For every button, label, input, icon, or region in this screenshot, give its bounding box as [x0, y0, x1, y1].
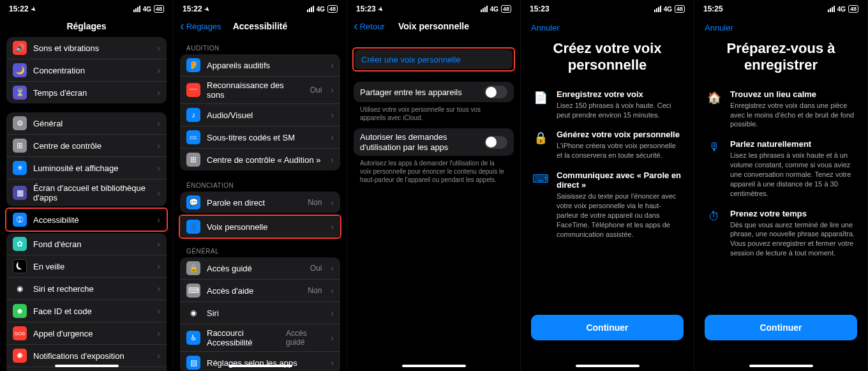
network-label: 4G [317, 6, 325, 13]
status-bar: 15:22 4G 48 [174, 0, 347, 15]
settings-row[interactable]: ◉ Siri› [180, 302, 340, 324]
home-indicator [576, 365, 640, 367]
settings-group: ✿ Fond d'écran›⏾ En veille›◉ Siri et rec… [6, 233, 167, 371]
chevron-right-icon: › [331, 60, 334, 70]
row-icon: ⏳ [13, 86, 27, 100]
info-icon: 📄 [532, 89, 549, 120]
cancel-button[interactable]: Annuler [521, 15, 694, 36]
back-button[interactable]: Retour [354, 22, 385, 31]
continue-button[interactable]: Continuer [531, 315, 684, 340]
settings-row[interactable]: ▮ Batterie› [6, 367, 167, 371]
settings-group: Autoriser les demandes d'utilisation par… [354, 128, 514, 156]
row-share-devices[interactable]: Partager entre les appareils [354, 82, 514, 102]
row-icon: ⚙︎ [13, 116, 27, 130]
toggle-switch[interactable] [484, 136, 507, 149]
info-icon: ⌨︎ [532, 170, 549, 239]
settings-row[interactable]: ⚙︎ Général› [6, 112, 167, 135]
status-bar: 15:23 4G 48 [347, 0, 520, 15]
row-live-speech[interactable]: 💬 Parole en direct Non › [180, 192, 340, 213]
settings-row[interactable]: ⏳ Temps d'écran› [6, 82, 167, 103]
settings-row[interactable]: ⏾ En veille› [6, 255, 167, 278]
home-indicator [55, 365, 119, 367]
info-row: 🔒 Générez votre voix personnelle L'iPhon… [521, 126, 694, 167]
accessibility-icon: ➀ [13, 213, 27, 227]
settings-row[interactable]: SOS Appel d'urgence› [6, 322, 167, 345]
status-bar: 15:23 4G 48 [521, 0, 694, 15]
row-label: Sons et vibrations [33, 43, 99, 53]
screen-settings: 15:22 4G 48 Réglages 🔊 Sons et vibration… [0, 0, 174, 371]
status-time: 15:23 [356, 4, 384, 13]
chevron-right-icon: › [157, 215, 160, 225]
settings-row[interactable]: ▤ Réglages selon les apps› [180, 352, 340, 371]
chevron-right-icon: › [331, 285, 334, 296]
row-icon: 🌙 [13, 63, 27, 77]
settings-row[interactable]: ⊞ Centre de contrôle› [6, 135, 167, 157]
settings-row[interactable]: ✿ Fond d'écran› [6, 233, 167, 255]
settings-row[interactable]: ♪ Audio/Visuel› [180, 104, 340, 126]
row-label: Accès d'aide [207, 286, 253, 296]
status-bar: 15:22 4G 48 [0, 0, 173, 15]
chevron-right-icon: › [331, 308, 334, 318]
nav-bar: Réglages Accessibilité [174, 15, 347, 37]
info-icon: 🎙 [706, 139, 722, 198]
row-label: Centre de contrôle « Audition » [207, 155, 321, 165]
screen-create-intro: 15:23 4G 48 Annuler Créez votre voix per… [521, 0, 694, 371]
settings-row[interactable]: ◉ Siri et recherche› [6, 278, 167, 300]
settings-row[interactable]: ♿︎ Raccourci AccessibilitéAccès guidé› [180, 324, 340, 352]
info-text: L'iPhone créera votre voix personnelle e… [557, 141, 682, 160]
row-icon: ⊞ [186, 153, 200, 167]
settings-row[interactable]: 🌙 Concentration› [6, 59, 167, 82]
home-indicator [228, 365, 292, 367]
group-header: GÉNÉRAL [174, 240, 347, 257]
info-text: Lisez les phrases à voix haute et à un v… [730, 151, 856, 198]
settings-row[interactable]: ☻ Face ID et code› [6, 300, 167, 322]
battery-icon: 48 [675, 5, 685, 13]
row-accessibility[interactable]: ➀ Accessibilité › [6, 209, 167, 231]
settings-row[interactable]: ⊞ Centre de contrôle « Audition »› [180, 149, 340, 170]
toggle-switch[interactable] [484, 86, 507, 98]
highlight-create-voice: Créer une voix personnelle [352, 47, 515, 72]
cancel-button[interactable]: Annuler [694, 15, 867, 36]
settings-row[interactable]: ⌨︎ Accès d'aideNon› [180, 280, 340, 302]
row-icon: ✺ [13, 349, 27, 363]
settings-group: 💬 Parole en direct Non › [180, 192, 340, 213]
info-icon: ⏱ [706, 209, 722, 258]
settings-row[interactable]: ▦ Écran d'accueil et bibliothèque d'apps… [6, 179, 167, 206]
row-personal-voice[interactable]: 👤 Voix personnelle › [180, 216, 340, 238]
settings-row[interactable]: ☀︎ Luminosité et affichage› [6, 157, 167, 179]
chevron-right-icon: › [331, 155, 334, 165]
info-text: Dès que vous aurez terminé de lire une p… [730, 220, 856, 258]
continue-button[interactable]: Continuer [705, 315, 857, 340]
row-label: Siri et recherche [33, 284, 94, 294]
info-row: 🏠 Trouvez un lieu calme Enregistrez votr… [694, 86, 867, 136]
row-detail: Non [308, 198, 322, 207]
row-label: Parole en direct [207, 198, 265, 208]
chevron-right-icon: › [331, 110, 334, 120]
page-title: Réglages [66, 21, 106, 31]
status-time: 15:25 [703, 4, 723, 13]
row-icon: ✿ [13, 237, 27, 251]
info-row: 🎙 Parlez naturellement Lisez les phrases… [694, 135, 867, 204]
info-title: Trouvez un lieu calme [730, 89, 856, 99]
settings-row[interactable]: 〰︎ Reconnaissance des sonsOui› [180, 77, 340, 104]
settings-row[interactable]: 🔊 Sons et vibrations› [6, 37, 167, 59]
row-icon: ♿︎ [186, 331, 200, 345]
chevron-right-icon: › [331, 358, 334, 368]
row-icon: ♪ [186, 108, 200, 122]
settings-row[interactable]: CC Sous-titres codés et SM› [180, 126, 340, 149]
chevron-right-icon: › [157, 328, 160, 338]
row-label: Temps d'écran [33, 88, 87, 98]
settings-row[interactable]: 🔒 Accès guidéOui› [180, 257, 340, 280]
settings-group: ⚙︎ Général›⊞ Centre de contrôle›☀︎ Lumin… [6, 112, 167, 206]
back-button[interactable]: Réglages [180, 22, 221, 31]
settings-group: 🔒 Accès guidéOui›⌨︎ Accès d'aideNon›◉ Si… [180, 257, 340, 371]
row-label: Partager entre les appareils [360, 87, 462, 97]
row-label: Écran d'accueil et bibliothèque d'apps [33, 183, 151, 202]
settings-row[interactable]: ✺ Notifications d'exposition› [6, 345, 167, 367]
sheet-title: Créez votre voix personnelle [521, 36, 694, 86]
row-allow-apps[interactable]: Autoriser les demandes d'utilisation par… [354, 128, 514, 156]
chevron-right-icon: › [331, 333, 334, 343]
chevron-right-icon: › [157, 261, 160, 271]
settings-row[interactable]: 👂 Appareils auditifs› [180, 54, 340, 77]
row-create-voice[interactable]: Créer une voix personnelle [355, 50, 513, 69]
